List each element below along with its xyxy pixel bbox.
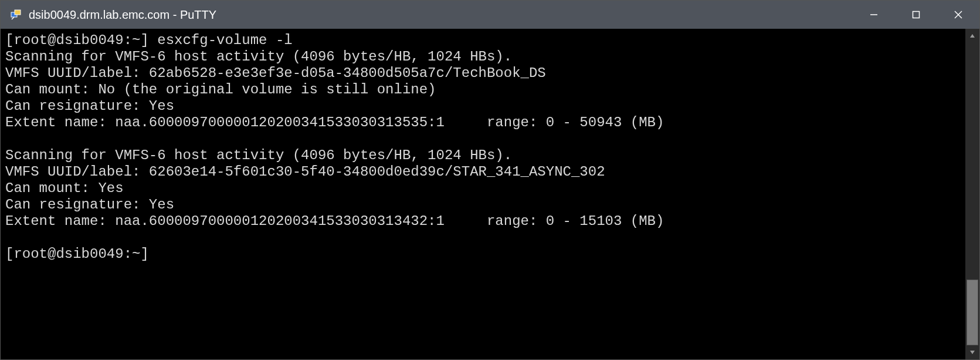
terminal[interactable]: [root@dsib0049:~] esxcfg-volume -l Scann… bbox=[1, 29, 965, 359]
maximize-button[interactable] bbox=[895, 1, 937, 29]
svg-rect-1 bbox=[15, 10, 21, 15]
output-line: Can resignature: Yes bbox=[5, 98, 174, 114]
putty-icon bbox=[9, 8, 23, 22]
scroll-down-button[interactable] bbox=[965, 345, 979, 359]
putty-window: dsib0049.drm.lab.emc.com - PuTTY [root@d… bbox=[0, 0, 980, 360]
scroll-thumb[interactable] bbox=[967, 280, 978, 345]
prompt: [root@dsib0049:~] bbox=[5, 246, 157, 262]
output-line: Can mount: No (the original volume is st… bbox=[5, 82, 436, 97]
output-line: Scanning for VMFS-6 host activity (4096 … bbox=[5, 147, 512, 163]
scroll-up-button[interactable] bbox=[965, 29, 979, 43]
svg-line-2 bbox=[12, 17, 14, 19]
vertical-scrollbar[interactable] bbox=[965, 29, 979, 359]
output-line: VMFS UUID/label: 62ab6528-e3e3ef3e-d05a-… bbox=[5, 65, 546, 81]
scroll-track[interactable] bbox=[965, 43, 979, 345]
close-button[interactable] bbox=[937, 1, 979, 29]
output-line: Can mount: Yes bbox=[5, 180, 124, 196]
output-line: Extent name: naa.60000970000012020034153… bbox=[5, 213, 664, 229]
svg-marker-7 bbox=[970, 34, 975, 38]
svg-rect-4 bbox=[913, 12, 920, 18]
output-line: VMFS UUID/label: 62603e14-5f601c30-5f40-… bbox=[5, 164, 605, 180]
svg-marker-8 bbox=[970, 351, 975, 354]
output-line: Can resignature: Yes bbox=[5, 197, 174, 213]
cursor bbox=[157, 248, 165, 262]
prompt: [root@dsib0049:~] bbox=[5, 32, 157, 48]
output-line: Scanning for VMFS-6 host activity (4096 … bbox=[5, 49, 512, 65]
command: esxcfg-volume -l bbox=[157, 32, 292, 48]
minimize-button[interactable] bbox=[853, 1, 895, 29]
output-line: Extent name: naa.60000970000012020034153… bbox=[5, 115, 664, 130]
window-title: dsib0049.drm.lab.emc.com - PuTTY bbox=[29, 8, 216, 22]
client-area: [root@dsib0049:~] esxcfg-volume -l Scann… bbox=[1, 29, 979, 359]
titlebar[interactable]: dsib0049.drm.lab.emc.com - PuTTY bbox=[1, 1, 979, 29]
